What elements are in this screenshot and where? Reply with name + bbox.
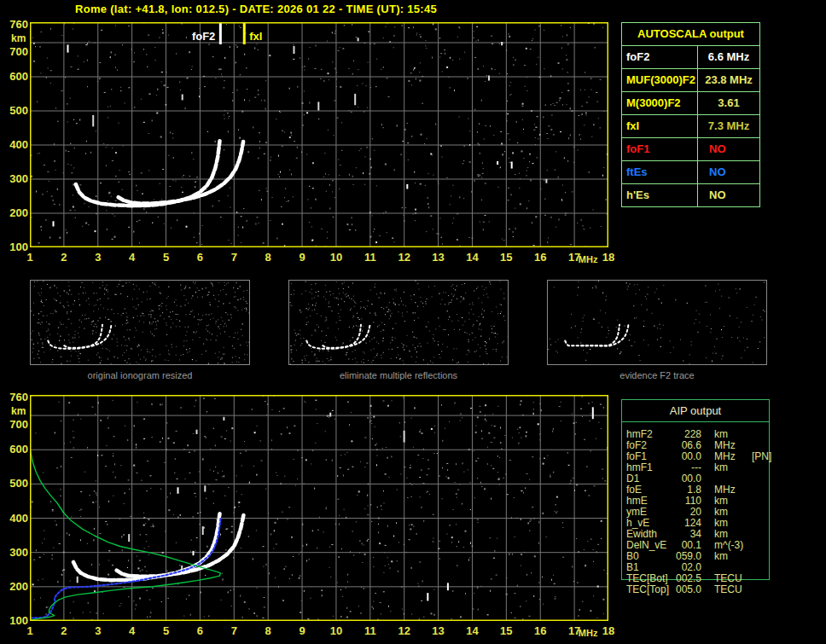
noise-dot xyxy=(162,303,163,304)
noise-dot xyxy=(346,293,347,294)
noise-dot xyxy=(383,572,384,573)
autoscala-row-value: 6.6 MHz xyxy=(698,46,759,68)
noise-dot xyxy=(366,463,368,464)
noise-dot xyxy=(473,339,474,340)
noise-dot xyxy=(487,447,488,448)
noise-dot xyxy=(368,539,369,540)
noise-dot xyxy=(269,572,270,574)
noise-dot xyxy=(256,474,257,476)
noise-dot xyxy=(96,293,97,293)
noise-dot xyxy=(119,170,120,171)
noise-dot xyxy=(158,217,159,218)
noise-dot xyxy=(296,350,297,351)
noise-dot xyxy=(356,167,357,168)
y-tick-label: 700 xyxy=(0,418,28,431)
noise-dot xyxy=(134,289,135,290)
noise-dot xyxy=(419,477,421,478)
restored-trace-curve xyxy=(31,517,221,618)
noise-dot xyxy=(121,603,122,604)
noise-dot xyxy=(462,503,462,505)
noise-dot xyxy=(230,303,230,304)
noise-dot xyxy=(496,349,497,350)
noise-dot xyxy=(497,406,498,407)
noise-dot xyxy=(52,554,53,556)
noise-dot xyxy=(699,322,700,323)
thumbnail-trace xyxy=(323,325,369,348)
noise-dot xyxy=(400,358,401,359)
noise-dot xyxy=(765,311,765,312)
noise-dot xyxy=(226,283,227,284)
noise-dot xyxy=(196,331,197,332)
noise-dot xyxy=(499,457,500,458)
noise-dot xyxy=(71,67,73,67)
noise-dot xyxy=(388,311,389,312)
noise-dot xyxy=(337,583,338,583)
noise-dot xyxy=(355,229,356,230)
noise-dot xyxy=(240,286,241,287)
noise-dot xyxy=(589,171,590,173)
noise-dot xyxy=(643,321,644,322)
noise-dot xyxy=(474,181,475,182)
noise-dot xyxy=(196,537,198,538)
noise-dot xyxy=(347,574,348,576)
noise-dot xyxy=(585,113,586,114)
noise-dot xyxy=(382,340,383,341)
noise-dot xyxy=(453,288,454,289)
noise-dot xyxy=(342,283,343,284)
noise-dot xyxy=(335,337,336,338)
noise-dot xyxy=(183,449,185,450)
noise-dot xyxy=(172,133,173,134)
noise-dot xyxy=(330,294,331,295)
noise-dot xyxy=(172,311,173,312)
mhz-unit-label: MHz xyxy=(579,254,598,264)
noise-dot xyxy=(327,232,328,233)
noise-dot xyxy=(407,142,409,143)
noise-dot xyxy=(150,612,151,613)
noise-dot xyxy=(663,285,664,286)
noise-dot xyxy=(233,513,234,513)
noise-dot xyxy=(346,352,347,353)
noise-dot xyxy=(265,401,265,402)
noise-dot xyxy=(87,60,88,61)
noise-dot xyxy=(529,531,530,531)
noise-dot xyxy=(343,475,344,477)
noise-dot xyxy=(380,602,381,603)
noise-dot xyxy=(721,329,722,330)
x-tick-label: 7 xyxy=(219,251,248,264)
noise-dot xyxy=(150,488,151,489)
noise-dot xyxy=(475,461,477,461)
noise-dot xyxy=(48,68,49,69)
noise-dot xyxy=(544,215,546,216)
noise-dot xyxy=(99,564,100,565)
noise-dot xyxy=(90,152,91,154)
noise-dot xyxy=(101,420,102,421)
ionogram-bottom-plot xyxy=(30,395,608,621)
noise-dot xyxy=(627,289,628,290)
noise-dot xyxy=(467,333,468,334)
noise-dot xyxy=(146,54,147,55)
noise-dot xyxy=(593,561,594,562)
noise-dot xyxy=(236,44,236,45)
noise-dot xyxy=(426,231,427,232)
noise-dot xyxy=(254,48,255,49)
noise-dot xyxy=(61,324,61,325)
noise-dot xyxy=(485,415,486,416)
noise-dot xyxy=(108,117,108,118)
noise-dot xyxy=(206,339,207,340)
noise-dot xyxy=(176,299,177,300)
noise-dot xyxy=(63,551,64,553)
noise-dot xyxy=(246,307,247,308)
noise-dot xyxy=(409,351,410,351)
noise-dot xyxy=(575,433,576,434)
noise-dot xyxy=(145,360,146,361)
noise-dot xyxy=(558,177,559,178)
noise-dot xyxy=(571,314,572,315)
noise-dot xyxy=(465,531,467,532)
noise-dot xyxy=(345,294,346,295)
noise-dot xyxy=(337,298,338,299)
noise-dot xyxy=(428,173,429,174)
noise-dot xyxy=(113,357,114,357)
noise-dot xyxy=(588,403,590,404)
noise-dot xyxy=(194,237,195,238)
noise-dot xyxy=(591,136,592,137)
